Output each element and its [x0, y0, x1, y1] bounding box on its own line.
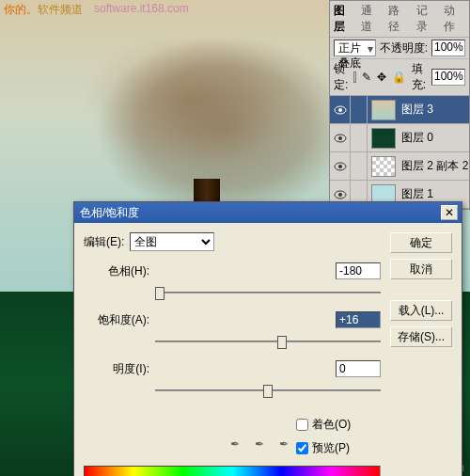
lock-transparency-icon[interactable]	[353, 71, 355, 83]
layers-list: 图层 3 图层 0 图层 2 副本 2 图层 1	[330, 96, 469, 209]
slider-thumb[interactable]	[277, 336, 287, 349]
saturation-row: 饱和度(A): +16	[84, 311, 381, 328]
hue-row: 色相(H): -180	[84, 262, 381, 279]
preview-checkbox[interactable]	[296, 442, 308, 454]
hue-label: 色相(H):	[84, 263, 149, 279]
svg-point-3	[338, 136, 342, 140]
layer-thumbnail[interactable]	[371, 128, 396, 149]
preview-label: 预览(P)	[312, 440, 350, 456]
layer-thumbnail[interactable]	[371, 156, 396, 177]
lock-move-icon[interactable]: ✥	[377, 71, 386, 84]
layers-panel: 图层 通道 路径 记录 动作 正片叠底 不透明度: 100% 锁定: ✎ ✥ 🔒…	[329, 0, 470, 210]
lightness-label: 明度(I):	[84, 361, 149, 377]
slider-thumb[interactable]	[263, 385, 273, 398]
hue-saturation-dialog: 色相/饱和度 ✕ 编辑(E): 全图 色相(H): -180 饱和度(A): +…	[73, 201, 462, 476]
visibility-icon[interactable]	[330, 124, 351, 151]
tab-actions[interactable]: 动作	[444, 3, 465, 35]
fill-input[interactable]: 100%	[431, 69, 465, 86]
hue-input[interactable]: -180	[336, 262, 381, 279]
link-cell[interactable]	[351, 152, 368, 180]
cancel-button[interactable]: 取消	[390, 259, 452, 279]
hue-spectrum-bar	[84, 466, 381, 476]
eyedropper-group: ✒ ✒ ✒	[84, 437, 296, 454]
layer-row[interactable]: 图层 3	[330, 96, 469, 124]
load-button[interactable]: 载入(L)...	[390, 300, 452, 321]
layer-thumbnail[interactable]	[371, 100, 396, 120]
watermark-url: software.it168.com	[94, 2, 189, 15]
lock-brush-icon[interactable]: ✎	[362, 71, 371, 84]
layer-row[interactable]: 图层 2 副本 2	[330, 152, 469, 181]
link-cell[interactable]	[351, 124, 368, 151]
saturation-slider[interactable]	[155, 332, 381, 351]
svg-point-5	[338, 165, 342, 168]
layer-row[interactable]: 图层 0	[330, 124, 469, 152]
dialog-title: 色相/饱和度	[78, 205, 441, 221]
eyedropper-add-icon[interactable]: ✒	[255, 437, 272, 454]
tab-history[interactable]: 记录	[416, 3, 438, 35]
lightness-row: 明度(I): 0	[84, 360, 381, 377]
dialog-controls: 编辑(E): 全图 色相(H): -180 饱和度(A): +16 明度(I):	[84, 232, 381, 476]
slider-thumb[interactable]	[155, 287, 164, 300]
colorize-checkbox[interactable]	[296, 419, 308, 431]
tab-layers[interactable]: 图层	[334, 3, 355, 35]
eyedropper-icon[interactable]: ✒	[230, 437, 247, 454]
panel-tabs: 图层 通道 路径 记录 动作	[330, 1, 469, 38]
tab-paths[interactable]: 路径	[388, 3, 410, 35]
preview-row: 预览(P)	[296, 440, 381, 456]
opacity-input[interactable]: 100%	[431, 40, 465, 56]
saturation-input[interactable]: +16	[336, 311, 381, 328]
link-cell[interactable]	[351, 96, 368, 123]
close-icon[interactable]: ✕	[441, 205, 458, 220]
visibility-icon[interactable]	[330, 152, 351, 180]
svg-point-1	[338, 108, 342, 112]
edit-row: 编辑(E): 全图	[84, 232, 381, 251]
ok-button[interactable]: 确定	[390, 232, 452, 253]
lock-all-icon[interactable]: 🔒	[392, 71, 406, 84]
lightness-input[interactable]: 0	[336, 360, 381, 377]
layer-name[interactable]: 图层 3	[400, 102, 469, 118]
layer-name[interactable]: 图层 1	[400, 186, 469, 202]
tab-channels[interactable]: 通道	[361, 3, 383, 35]
svg-point-7	[338, 193, 342, 197]
save-button[interactable]: 存储(S)...	[390, 326, 452, 347]
blend-mode-select[interactable]: 正片叠底	[334, 40, 376, 56]
edit-label: 编辑(E):	[84, 234, 124, 250]
opacity-label: 不透明度:	[380, 40, 428, 56]
eyedropper-subtract-icon[interactable]: ✒	[279, 437, 296, 454]
fill-label: 填充:	[412, 61, 426, 93]
dialog-buttons: 确定 取消 载入(L)... 存储(S)...	[390, 232, 452, 476]
dialog-titlebar[interactable]: 色相/饱和度 ✕	[74, 202, 462, 223]
hue-slider[interactable]	[155, 283, 381, 302]
visibility-icon[interactable]	[330, 96, 351, 123]
lightness-slider[interactable]	[155, 381, 381, 400]
edit-select[interactable]: 全图	[130, 232, 214, 251]
saturation-label: 饱和度(A):	[84, 312, 149, 328]
layer-name[interactable]: 图层 2 副本 2	[400, 158, 469, 174]
blend-opacity-row: 正片叠底 不透明度: 100%	[330, 38, 469, 59]
watermark-top-left: 你的。软件频道	[4, 2, 83, 18]
colorize-label: 着色(O)	[312, 417, 351, 433]
layer-name[interactable]: 图层 0	[400, 130, 469, 146]
colorize-row: 着色(O)	[296, 417, 381, 433]
